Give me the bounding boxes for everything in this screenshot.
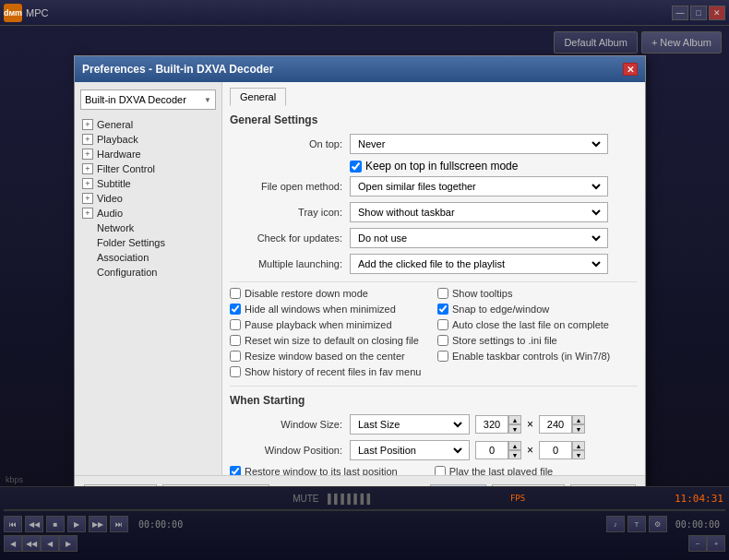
section-title-when-starting: When Starting (230, 394, 638, 407)
label-fileopen: File open method: (230, 181, 350, 192)
btn-d[interactable]: ▶ (59, 535, 78, 552)
maximize-button[interactable]: □ (690, 6, 707, 20)
new-album-button[interactable]: + New Album (641, 31, 722, 54)
cb-disable-restore[interactable] (230, 288, 241, 299)
select-launching[interactable]: Add the clicked file to the playlist Ope… (350, 254, 608, 274)
tray-select[interactable]: Show without taskbar Show with taskbar H… (354, 203, 604, 221)
updates-select[interactable]: Do not use Daily Weekly Monthly (354, 229, 604, 247)
cb-show-tooltips[interactable] (437, 288, 448, 299)
sidebar-label-subtitle: Subtitle (97, 178, 131, 189)
sidebar-label-hardware: Hardware (97, 149, 141, 160)
cb-play-last[interactable] (435, 466, 446, 475)
btn-c[interactable]: ◀ (41, 535, 59, 552)
btn-b[interactable]: ◀◀ (22, 535, 41, 552)
sidebar-item-network[interactable]: Network (75, 220, 221, 235)
cb-resize-center[interactable] (230, 351, 241, 362)
dialog-close-button[interactable]: ✕ (623, 63, 638, 76)
cb-hide-windows[interactable] (230, 304, 241, 315)
forward-button[interactable]: ▶▶ (89, 516, 107, 532)
select-fileopen[interactable]: Open similar files together Open in new … (350, 176, 608, 197)
cb-auto-close[interactable] (437, 319, 448, 330)
sidebar-item-audio[interactable]: + Audio (75, 206, 221, 220)
window-position-select[interactable]: Last Position Custom Default (354, 441, 465, 459)
height-up[interactable]: ▲ (572, 415, 585, 424)
zoom-out-btn[interactable]: − (688, 535, 707, 552)
sidebar-item-playback[interactable]: + Playback (75, 132, 221, 147)
cb-show-history[interactable] (230, 366, 241, 377)
close-button[interactable]: ✕ (709, 6, 725, 20)
checkbox-restore-position: Restore window to its last position (230, 466, 398, 475)
sidebar-label-video: Video (97, 193, 123, 204)
y-up[interactable]: ▲ (572, 441, 585, 450)
sidebar-item-configuration[interactable]: Configuration (75, 265, 221, 280)
x-input[interactable] (475, 441, 508, 459)
cb-restore-position[interactable] (230, 466, 241, 475)
select-tray[interactable]: Show without taskbar Show with taskbar H… (350, 202, 608, 222)
when-starting-section: When Starting Window Size: Last Size Cus… (230, 394, 638, 475)
cb-snap-edge[interactable] (437, 304, 448, 315)
expand-video[interactable]: + (82, 193, 93, 204)
checkboxes-grid: Disable restore down mode Show tooltips … (230, 281, 638, 387)
tab-general[interactable]: General (230, 88, 286, 106)
stop-button[interactable]: ■ (46, 516, 65, 532)
y-input[interactable] (539, 441, 572, 459)
form-row-tray: Tray icon: Show without taskbar Show wit… (230, 202, 638, 222)
select-window-position[interactable]: Last Position Custom Default (350, 440, 470, 460)
cb-reset-size[interactable] (230, 335, 241, 346)
decoder-dropdown[interactable]: Built-in DXVA Decoder ▼ (80, 89, 216, 110)
prev-button[interactable]: ⏮ (4, 516, 22, 532)
launching-select[interactable]: Add the clicked file to the playlist Ope… (354, 255, 604, 273)
sidebar-item-filter-control[interactable]: + Filter Control (75, 161, 221, 176)
expand-subtitle[interactable]: + (82, 178, 93, 189)
sidebar-label-playback: Playback (97, 134, 138, 145)
rewind-button[interactable]: ◀◀ (25, 516, 43, 532)
album-bar: Default Album + New Album (0, 26, 729, 59)
select-ontop[interactable]: Never Always When playing (350, 134, 608, 154)
pos-x-separator: × (527, 444, 533, 457)
sub-btn[interactable]: T (627, 516, 646, 532)
y-spinner: ▲ ▼ (539, 441, 585, 459)
sidebar-item-hardware[interactable]: + Hardware (75, 147, 221, 161)
expand-hardware[interactable]: + (82, 149, 93, 160)
default-album-button[interactable]: Default Album (554, 31, 637, 54)
select-updates[interactable]: Do not use Daily Weekly Monthly (350, 228, 608, 248)
expand-audio[interactable]: + (82, 208, 93, 219)
sidebar-item-video[interactable]: + Video (75, 191, 221, 206)
form-row-launching: Multiple launching: Add the clicked file… (230, 254, 638, 274)
sidebar-item-subtitle[interactable]: + Subtitle (75, 176, 221, 191)
width-down[interactable]: ▼ (508, 424, 521, 434)
x-down[interactable]: ▼ (508, 450, 521, 459)
zoom-in-btn[interactable]: + (707, 535, 725, 552)
player-top-row: kbps MUTE ▐▐▐▐▐▐▐ FPS 11:04:31 (0, 487, 729, 509)
minimize-button[interactable]: — (672, 6, 688, 20)
cb-label-auto-close: Auto close the last file on complete (452, 319, 609, 330)
audio-btn[interactable]: ♪ (606, 516, 625, 532)
expand-filter-control[interactable]: + (82, 163, 93, 174)
height-input[interactable] (539, 415, 572, 434)
cb-taskbar-controls[interactable] (437, 351, 448, 362)
time-display2: 00:00:00 (675, 519, 720, 530)
fileopen-select[interactable]: Open similar files together Open in new … (354, 177, 604, 196)
expand-general[interactable]: + (82, 119, 93, 130)
ontop-select[interactable]: Never Always When playing (354, 135, 604, 153)
cb-pause-minimized[interactable] (230, 319, 241, 330)
expand-playback[interactable]: + (82, 134, 93, 145)
settings-btn[interactable]: ⚙ (649, 516, 667, 532)
y-down[interactable]: ▼ (572, 450, 585, 459)
select-window-size[interactable]: Last Size Custom Default (350, 414, 470, 435)
cb-label-show-history: Show history of recent files in fav menu (245, 366, 421, 377)
next-button[interactable]: ⏭ (110, 516, 128, 532)
sidebar-label-network: Network (97, 222, 134, 233)
play-button[interactable]: ▶ (67, 516, 86, 532)
btn-a[interactable]: ◀ (4, 535, 22, 552)
sidebar-item-general[interactable]: + General (75, 117, 221, 132)
checkbox-fullscreen[interactable] (350, 161, 362, 173)
sidebar-item-folder-settings[interactable]: Folder Settings (75, 235, 221, 250)
width-up[interactable]: ▲ (508, 415, 521, 424)
window-size-select[interactable]: Last Size Custom Default (354, 415, 465, 434)
height-down[interactable]: ▼ (572, 424, 585, 434)
sidebar-item-association[interactable]: Association (75, 250, 221, 265)
cb-store-ini[interactable] (437, 335, 448, 346)
width-input[interactable] (475, 415, 508, 434)
x-up[interactable]: ▲ (508, 441, 521, 450)
